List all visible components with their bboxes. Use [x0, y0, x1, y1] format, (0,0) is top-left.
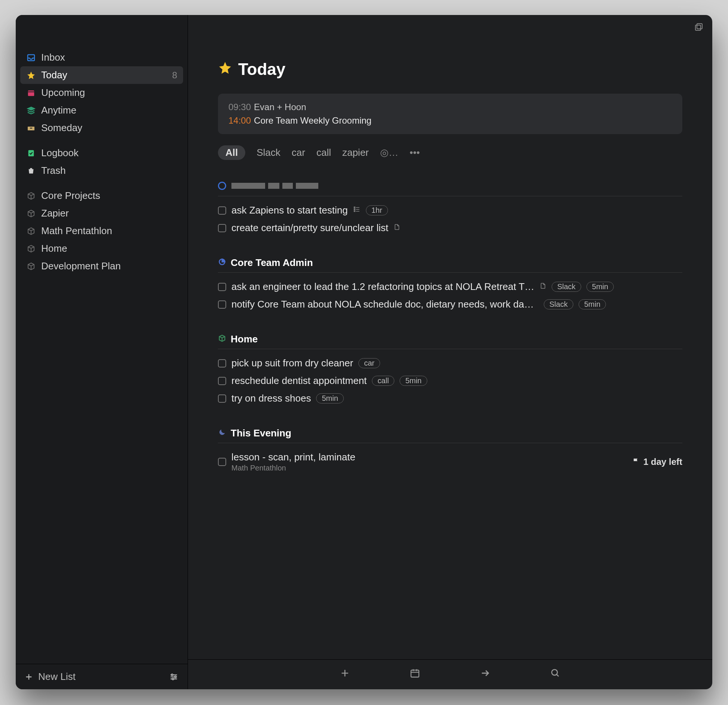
tag-pill[interactable]: Slack [552, 282, 581, 292]
sidebar-area-development-plan[interactable]: Development Plan [20, 257, 183, 275]
main-content: Today 09:30Evan + Hoon14:00Core Team Wee… [188, 15, 712, 689]
note-icon [394, 224, 400, 232]
search-button[interactable] [550, 668, 560, 681]
sidebar-area-core-projects[interactable]: Core Projects [20, 187, 183, 205]
sidebar-item-upcoming[interactable]: Upcoming [20, 84, 183, 102]
filter-tag-call[interactable]: call [316, 147, 331, 158]
svg-point-8 [172, 674, 173, 675]
sidebar-item-trash[interactable]: Trash [20, 162, 183, 179]
app-window: Inbox Today 8 Upcoming Anytime Someday L… [16, 15, 712, 689]
calendar-button[interactable] [410, 668, 420, 681]
tag-pill[interactable]: call [372, 376, 394, 386]
note-icon [540, 282, 546, 291]
page-title-text: Today [238, 60, 285, 79]
task-row[interactable]: reschedule dentist appointmentcall5min [218, 372, 682, 390]
area-icon [26, 191, 36, 200]
tag-pill[interactable]: car [358, 358, 380, 368]
sidebar-area-zapier[interactable]: Zapier [20, 205, 183, 222]
sidebar: Inbox Today 8 Upcoming Anytime Someday L… [16, 15, 188, 689]
plus-icon[interactable] [25, 673, 33, 681]
sidebar-item-logbook[interactable]: Logbook [20, 144, 183, 162]
task-row[interactable]: try on dress shoes5min [218, 390, 682, 407]
new-list-button[interactable]: New List [38, 671, 76, 683]
sidebar-area-home[interactable]: Home [20, 240, 183, 257]
sidebar-item-label: Anytime [41, 105, 76, 116]
filter-all[interactable]: All [218, 145, 245, 160]
task-title: ask Zapiens to start testing [231, 205, 348, 216]
task-group-redacted: ask Zapiens to start testing1hrcreate ce… [218, 179, 682, 237]
task-checkbox[interactable] [218, 377, 226, 385]
sidebar-item-inbox[interactable]: Inbox [20, 49, 183, 66]
svg-rect-6 [30, 128, 32, 128]
task-title: create certain/pretty sure/unclear list [231, 222, 388, 234]
task-row[interactable]: notify Core Team about NOLA schedule doc… [218, 296, 682, 313]
svg-point-16 [552, 669, 557, 675]
sidebar-item-someday[interactable]: Someday [20, 119, 183, 137]
group-header[interactable]: This Evening [218, 427, 682, 443]
checklist-icon [353, 206, 361, 215]
sidebar-area-math-pentathlon[interactable]: Math Pentathlon [20, 222, 183, 240]
event-title: Evan + Hoon [254, 102, 306, 112]
tag-pill[interactable]: 5min [579, 299, 606, 309]
task-row[interactable]: create certain/pretty sure/unclear list [218, 219, 682, 237]
filter-more-icon[interactable]: ••• [410, 147, 420, 158]
sidebar-item-today[interactable]: Today 8 [20, 66, 183, 84]
sidebar-item-label: Inbox [41, 52, 65, 63]
filter-tag-car[interactable]: car [292, 147, 305, 158]
moon-icon [218, 427, 226, 439]
task-title: pick up suit from dry cleaner [231, 357, 353, 369]
calendar-event[interactable]: 09:30Evan + Hoon [228, 100, 672, 114]
area-icon [26, 227, 36, 236]
area-icon [26, 262, 36, 271]
event-time: 14:00 [228, 115, 251, 125]
task-row[interactable]: ask Zapiens to start testing1hr [218, 202, 682, 219]
task-row[interactable]: pick up suit from dry cleanercar [218, 354, 682, 372]
task-group-evening: This Eveninglesson - scan, print, lamina… [218, 427, 682, 475]
group-title: Core Team Admin [231, 257, 313, 269]
calendar-icon [26, 89, 36, 97]
svg-rect-15 [411, 670, 419, 677]
task-row[interactable]: ask an engineer to lead the 1.2 refactor… [218, 278, 682, 296]
new-task-button[interactable] [340, 668, 350, 681]
sidebar-item-label: Home [41, 243, 67, 254]
box-icon [218, 333, 226, 345]
task-checkbox[interactable] [218, 359, 226, 367]
sidebar-item-label: Core Projects [41, 190, 100, 202]
filter-tag-zapier[interactable]: zapier [342, 147, 369, 158]
project-checkbox[interactable] [218, 182, 226, 190]
task-checkbox[interactable] [218, 300, 226, 309]
calendar-event[interactable]: 14:00Core Team Weekly Grooming [228, 114, 672, 127]
move-button[interactable] [480, 668, 491, 681]
task-checkbox[interactable] [218, 394, 226, 403]
filter-target-icon[interactable]: ◎… [380, 147, 398, 158]
tag-pill[interactable]: 5min [316, 393, 343, 403]
tag-pill[interactable]: 5min [400, 376, 427, 386]
sidebar-item-label: Logbook [41, 147, 79, 159]
task-checkbox[interactable] [218, 458, 226, 466]
star-icon [218, 60, 232, 79]
pie-icon [218, 257, 226, 269]
filter-tag-slack[interactable]: Slack [257, 147, 280, 158]
task-row[interactable] [218, 179, 682, 193]
svg-rect-13 [354, 211, 355, 212]
flag-icon [632, 457, 640, 467]
group-header[interactable]: Home [218, 333, 682, 349]
task-checkbox[interactable] [218, 283, 226, 291]
task-checkbox[interactable] [218, 206, 226, 215]
sidebar-item-label: Zapier [41, 208, 69, 219]
task-row[interactable]: lesson - scan, print, laminateMath Penta… [218, 448, 682, 475]
calendar-events[interactable]: 09:30Evan + Hoon14:00Core Team Weekly Gr… [218, 94, 682, 134]
sidebar-item-anytime[interactable]: Anytime [20, 102, 183, 119]
tag-pill[interactable]: 1hr [366, 205, 388, 215]
sidebar-item-count: 8 [172, 70, 177, 81]
tag-filters: AllSlackcarcallzapier◎…••• [218, 145, 682, 160]
settings-icon[interactable] [169, 672, 179, 682]
task-checkbox[interactable] [218, 224, 226, 232]
task-title: lesson - scan, print, laminate [231, 451, 355, 463]
tag-pill[interactable]: 5min [586, 282, 614, 292]
tag-pill[interactable]: Slack [544, 299, 573, 309]
task-title: try on dress shoes [231, 393, 311, 404]
sidebar-item-label: Math Pentathlon [41, 225, 112, 237]
redacted-title [231, 183, 318, 189]
group-header[interactable]: Core Team Admin [218, 257, 682, 273]
